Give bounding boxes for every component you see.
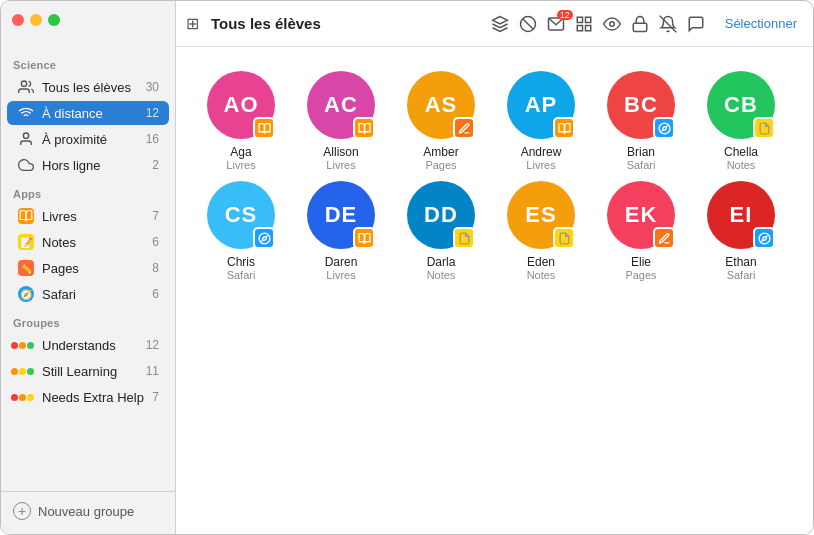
- sidebar-item-hors-ligne[interactable]: Hors ligne2: [7, 153, 169, 177]
- notes-badge-icon: [553, 227, 575, 249]
- student-card-darla[interactable]: DDDarlaNotes: [396, 181, 486, 281]
- svg-marker-3: [492, 16, 507, 24]
- student-app: Notes: [727, 159, 756, 171]
- bell-icon[interactable]: [659, 15, 677, 33]
- new-group-button[interactable]: +Nouveau groupe: [13, 502, 163, 520]
- safari-badge-icon: [253, 227, 275, 249]
- close-button[interactable]: [12, 14, 24, 26]
- student-name: Amber: [423, 145, 458, 159]
- svg-rect-10: [585, 25, 590, 30]
- notes-badge-icon: [753, 117, 775, 139]
- student-app: Safari: [727, 269, 756, 281]
- student-app: Livres: [226, 159, 255, 171]
- sidebar-item-tous[interactable]: Tous les élèves30: [7, 75, 169, 99]
- safari-icon: 🧭: [17, 285, 35, 303]
- cloud-off-icon: [17, 156, 35, 174]
- select-button[interactable]: Sélectionner: [725, 16, 797, 31]
- svg-rect-8: [585, 17, 590, 22]
- lock-icon[interactable]: [631, 15, 649, 33]
- avatar-wrap: ES: [507, 181, 575, 249]
- student-app: Livres: [326, 269, 355, 281]
- student-app: Safari: [227, 269, 256, 281]
- student-app: Pages: [625, 269, 656, 281]
- student-card-amber[interactable]: ASAmberPages: [396, 71, 486, 171]
- student-app: Notes: [527, 269, 556, 281]
- sidebar-item-count-understands: 12: [146, 338, 159, 352]
- sidebar-item-label-notes: Notes: [42, 235, 152, 250]
- sidebar-item-understands[interactable]: Understands12: [7, 333, 169, 357]
- sidebar-item-label-tous: Tous les élèves: [42, 80, 146, 95]
- sidebar-section-label: Groupes: [1, 307, 175, 332]
- student-card-daren[interactable]: DEDarenLivres: [296, 181, 386, 281]
- student-name: Darla: [427, 255, 456, 269]
- group-icon: [17, 336, 35, 354]
- sidebar-item-label-hors-ligne: Hors ligne: [42, 158, 152, 173]
- student-app: Livres: [526, 159, 555, 171]
- layers-icon[interactable]: [491, 15, 509, 33]
- safari-badge-icon: [653, 117, 675, 139]
- student-card-ethan[interactable]: EIEthanSafari: [696, 181, 786, 281]
- livres-icon: [17, 207, 35, 225]
- sidebar-item-livres[interactable]: Livres7: [7, 204, 169, 228]
- page-title: Tous les élèves: [211, 15, 321, 32]
- group-icon: [17, 362, 35, 380]
- sidebar-item-distance[interactable]: À distance12: [7, 101, 169, 125]
- students-grid: AOAgaLivresACAllisonLivresASAmberPagesAP…: [176, 47, 813, 535]
- sidebar-item-needs-extra[interactable]: Needs Extra Help7: [7, 385, 169, 409]
- svg-rect-12: [633, 23, 647, 31]
- student-app: Pages: [425, 159, 456, 171]
- sidebar-toggle-icon[interactable]: ⊞: [186, 14, 199, 33]
- sidebar-item-still-learning[interactable]: Still Learning11: [7, 359, 169, 383]
- student-name: Aga: [230, 145, 251, 159]
- circle-slash-icon[interactable]: [519, 15, 537, 33]
- svg-point-0: [21, 81, 26, 86]
- sidebar-item-count-hors-ligne: 2: [152, 158, 159, 172]
- envelope-icon[interactable]: 12: [547, 15, 565, 33]
- svg-marker-19: [762, 236, 767, 241]
- avatar-wrap: CS: [207, 181, 275, 249]
- livres-badge-icon: [353, 227, 375, 249]
- sidebar-item-proximite[interactable]: À proximité16: [7, 127, 169, 151]
- sidebar-item-count-tous: 30: [146, 80, 159, 94]
- svg-marker-15: [662, 126, 667, 131]
- student-card-elie[interactable]: EKEliePages: [596, 181, 686, 281]
- student-card-brian[interactable]: BCBrianSafari: [596, 71, 686, 171]
- student-name: Daren: [325, 255, 358, 269]
- sidebar-item-notes[interactable]: 📝Notes6: [7, 230, 169, 254]
- student-name: Allison: [323, 145, 358, 159]
- notes-icon: 📝: [17, 233, 35, 251]
- student-card-chella[interactable]: CBChellaNotes: [696, 71, 786, 171]
- sidebar-item-pages[interactable]: ✏️Pages8: [7, 256, 169, 280]
- student-app: Livres: [326, 159, 355, 171]
- student-card-allison[interactable]: ACAllisonLivres: [296, 71, 386, 171]
- student-card-eden[interactable]: ESEdenNotes: [496, 181, 586, 281]
- eye-icon[interactable]: [603, 15, 621, 33]
- student-name: Chris: [227, 255, 255, 269]
- svg-rect-9: [577, 25, 582, 30]
- sidebar-item-label-distance: À distance: [42, 106, 146, 121]
- sidebar-item-safari[interactable]: 🧭Safari6: [7, 282, 169, 306]
- grid-icon[interactable]: [575, 15, 593, 33]
- notes-badge-icon: [453, 227, 475, 249]
- sidebar-item-label-needs-extra: Needs Extra Help: [42, 390, 152, 405]
- main-content: ⊞ Tous les élèves 12: [176, 1, 813, 535]
- svg-point-14: [659, 123, 670, 134]
- livres-badge-icon: [253, 117, 275, 139]
- livres-badge-icon: [353, 117, 375, 139]
- person-near-icon: [17, 130, 35, 148]
- student-app: Notes: [427, 269, 456, 281]
- pages-badge-icon: [453, 117, 475, 139]
- bubble-icon[interactable]: [687, 15, 705, 33]
- livres-badge-icon: [553, 117, 575, 139]
- sidebar-item-count-distance: 12: [146, 106, 159, 120]
- sidebar-item-count-notes: 6: [152, 235, 159, 249]
- sidebar: ScienceTous les élèves30À distance12À pr…: [1, 1, 176, 535]
- svg-point-16: [259, 233, 270, 244]
- minimize-button[interactable]: [30, 14, 42, 26]
- new-group-label: Nouveau groupe: [38, 504, 134, 519]
- student-card-andrew[interactable]: APAndrewLivres: [496, 71, 586, 171]
- student-card-chris[interactable]: CSChrisSafari: [196, 181, 286, 281]
- sidebar-item-label-proximite: À proximité: [42, 132, 146, 147]
- maximize-button[interactable]: [48, 14, 60, 26]
- student-card-aga[interactable]: AOAgaLivres: [196, 71, 286, 171]
